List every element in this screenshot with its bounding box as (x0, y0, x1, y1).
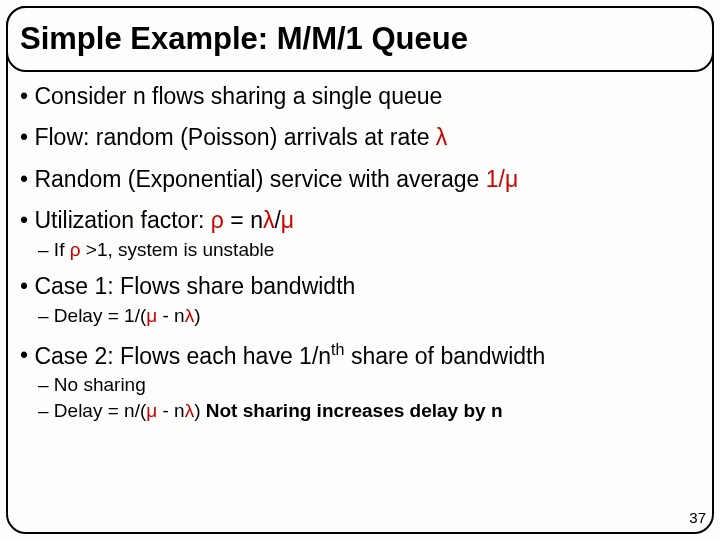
bullet-4-rho: ρ (211, 207, 224, 233)
bullet-6-sup-th: th (331, 340, 344, 358)
bullet-6-sub-2-e: ) (194, 400, 206, 421)
bullet-5-sub-1-a: Delay = 1/( (54, 305, 146, 326)
slide: Simple Example: M/M/1 Queue Consider n f… (0, 0, 720, 540)
title-box: Simple Example: M/M/1 Queue (6, 6, 714, 72)
bullet-1: Consider n flows sharing a single queue (20, 82, 700, 111)
bullet-6-text-a: Case 2: Flows each have 1/n (34, 342, 331, 368)
bullet-4-text-c: = n (224, 207, 263, 233)
page-number: 37 (689, 509, 706, 526)
bullet-4-mu: μ (281, 207, 294, 233)
bullet-6-sub-1-text: No sharing (54, 374, 146, 395)
bullet-6-sub-2-lambda: λ (185, 400, 195, 421)
bullet-4-text-a: Utilization factor: (34, 207, 210, 233)
bullet-6: Case 2: Flows each have 1/nth share of b… (20, 339, 700, 371)
bullet-5-text: Case 1: Flows share bandwidth (34, 273, 355, 299)
bullet-4-sub-1-a: If (54, 239, 70, 260)
slide-content: Consider n flows sharing a single queue … (20, 82, 700, 520)
bullet-6-sub-2-mu: μ (146, 400, 157, 421)
bullet-6-text-c: share of bandwidth (345, 342, 546, 368)
bullet-5-sub-1-lambda: λ (185, 305, 195, 326)
bullet-4-lambda: λ (263, 207, 275, 233)
bullet-5-sub-1-mu: μ (146, 305, 157, 326)
bullet-3-oneovermu: 1/μ (486, 166, 518, 192)
bullet-6-sub-2: Delay = n/(μ - nλ) Not sharing increases… (20, 399, 700, 424)
bullet-6-sub-2-a: Delay = n/( (54, 400, 146, 421)
bullet-4-sub-1-rho: ρ (70, 239, 81, 260)
bullet-6-sub-1: No sharing (20, 373, 700, 398)
bullet-4-sub-1: If ρ >1, system is unstable (20, 238, 700, 263)
bullet-1-text: Consider n flows sharing a single queue (34, 83, 442, 109)
bullet-2-lambda: λ (436, 124, 448, 150)
bullet-2: Flow: random (Poisson) arrivals at rate … (20, 123, 700, 152)
bullet-4: Utilization factor: ρ = nλ/μ (20, 206, 700, 235)
bullet-2-text-a: Flow: random (Poisson) arrivals at rate (34, 124, 435, 150)
bullet-5: Case 1: Flows share bandwidth (20, 272, 700, 301)
bullet-6-sub-2-c: - n (157, 400, 184, 421)
bullet-5-sub-1-e: ) (194, 305, 200, 326)
bullet-5-sub-1-c: - n (157, 305, 184, 326)
bullet-5-sub-1: Delay = 1/(μ - nλ) (20, 304, 700, 329)
slide-title: Simple Example: M/M/1 Queue (20, 21, 468, 57)
bullet-4-sub-1-c: >1, system is unstable (81, 239, 275, 260)
bullet-3-text-a: Random (Exponential) service with averag… (34, 166, 485, 192)
bullet-6-sub-2-bold: Not sharing increases delay by n (206, 400, 503, 421)
bullet-3: Random (Exponential) service with averag… (20, 165, 700, 194)
